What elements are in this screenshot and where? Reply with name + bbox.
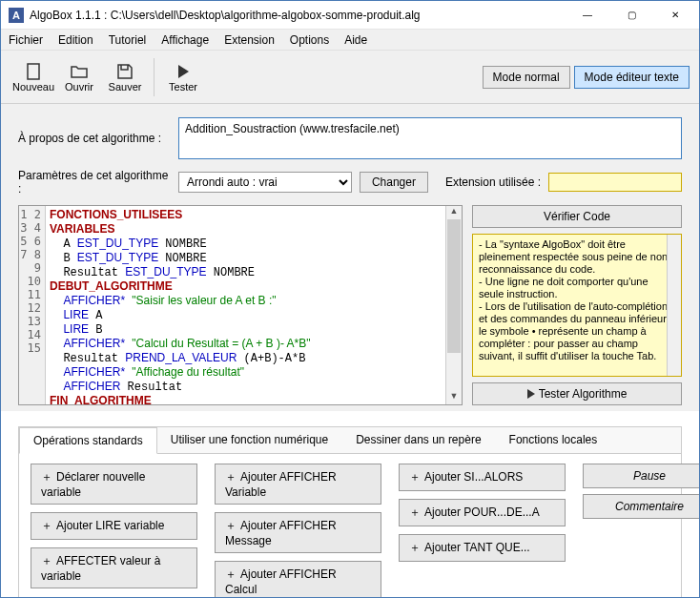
pour-de-a-label: Ajouter POUR...DE...A — [424, 505, 540, 519]
new-label: Nouveau — [12, 81, 54, 93]
plus-icon: ＋ — [409, 541, 421, 554]
menu-affichage[interactable]: Affichage — [161, 33, 209, 47]
close-button[interactable]: ✕ — [653, 1, 697, 30]
plus-icon: ＋ — [409, 505, 421, 519]
open-button[interactable]: Ouvrir — [56, 54, 102, 100]
about-input[interactable] — [178, 117, 682, 159]
plus-icon: ＋ — [41, 470, 52, 484]
pour-de-a-button[interactable]: ＋Ajouter POUR...DE...A — [399, 499, 566, 526]
extension-input[interactable] — [548, 173, 682, 192]
plus-icon: ＋ — [225, 519, 237, 532]
afficher-msg-button[interactable]: ＋Ajouter AFFICHER Message — [215, 512, 381, 553]
test-button[interactable]: Tester — [160, 54, 206, 100]
lire-var-label: Ajouter LIRE variable — [56, 519, 164, 532]
app-icon: A — [9, 8, 24, 23]
afficher-calc-button[interactable]: ＋Ajouter AFFICHER Calcul — [215, 561, 381, 598]
tab-standard-ops[interactable]: Opérations standards — [19, 427, 157, 454]
about-label: À propos de cet algorithme : — [18, 132, 171, 145]
params-label: Paramètres de cet algorithme : — [18, 169, 171, 196]
test-label: Tester — [169, 81, 197, 93]
tab-numeric-func[interactable]: Utiliser une fonction numérique — [157, 427, 342, 453]
verify-code-button[interactable]: Vérifier Code — [472, 205, 682, 228]
menubar: Fichier Edition Tutoriel Affichage Exten… — [1, 30, 699, 51]
save-icon — [115, 62, 134, 81]
plus-icon: ＋ — [225, 470, 237, 484]
scroll-down-icon[interactable]: ▼ — [446, 391, 462, 404]
operations-tabs: Opérations standards Utiliser une foncti… — [19, 427, 681, 454]
save-label: Sauver — [109, 81, 142, 93]
file-icon — [24, 62, 43, 81]
open-label: Ouvrir — [65, 81, 93, 93]
menu-options[interactable]: Options — [290, 33, 329, 47]
tant-que-label: Ajouter TANT QUE... — [424, 541, 530, 554]
tant-que-button[interactable]: ＋Ajouter TANT QUE... — [399, 534, 566, 562]
si-alors-button[interactable]: ＋Ajouter SI...ALORS — [399, 464, 566, 491]
window-title: AlgoBox 1.1.1 : C:\Users\dell\Desktop\al… — [30, 9, 566, 22]
new-button[interactable]: Nouveau — [10, 54, 56, 100]
toolbar-divider — [154, 58, 154, 96]
afficher-calc-label: Ajouter AFFICHER Calcul — [225, 567, 337, 596]
menu-edition[interactable]: Edition — [58, 33, 93, 47]
declare-var-button[interactable]: ＋Déclarer nouvelle variable — [31, 464, 197, 505]
code-scrollbar[interactable]: ▲ ▼ — [445, 206, 462, 404]
minimize-button[interactable]: — — [566, 1, 609, 30]
plus-icon: ＋ — [41, 519, 52, 532]
extension-label: Extension utilisée : — [445, 175, 541, 189]
si-alors-label: Ajouter SI...ALORS — [424, 470, 523, 484]
affecter-button[interactable]: ＋AFFECTER valeur à variable — [31, 547, 197, 588]
mode-editor-button[interactable]: Mode éditeur texte — [574, 66, 690, 89]
params-select[interactable]: Arrondi auto : vrai — [178, 172, 352, 193]
commentaire-button[interactable]: Commentaire — [583, 494, 700, 519]
menu-extension[interactable]: Extension — [224, 33, 275, 47]
plus-icon: ＋ — [41, 554, 52, 567]
changer-button[interactable]: Changer — [360, 172, 428, 193]
menu-aide[interactable]: Aide — [344, 33, 367, 47]
play-icon — [527, 389, 535, 399]
tab-local-func[interactable]: Fonctions locales — [496, 427, 612, 453]
play-icon — [174, 62, 193, 81]
afficher-msg-label: Ajouter AFFICHER Message — [225, 519, 337, 547]
lire-var-button[interactable]: ＋Ajouter LIRE variable — [31, 512, 197, 540]
tab-draw[interactable]: Dessiner dans un repère — [342, 427, 495, 453]
affecter-label: AFFECTER valeur à variable — [41, 554, 160, 583]
scroll-thumb[interactable] — [447, 219, 461, 353]
pause-button[interactable]: Pause — [583, 464, 700, 488]
code-editor[interactable]: 1 2 3 4 5 6 7 8 9 10 11 12 13 14 15 FONC… — [18, 205, 463, 405]
svg-rect-0 — [28, 64, 39, 79]
declare-var-label: Déclarer nouvelle variable — [41, 470, 145, 499]
plus-icon: ＋ — [409, 470, 421, 484]
test-algorithm-button[interactable]: Tester Algorithme — [472, 382, 682, 405]
scroll-up-icon[interactable]: ▲ — [446, 206, 462, 219]
afficher-var-button[interactable]: ＋Ajouter AFFICHER Variable — [215, 464, 381, 505]
menu-tutoriel[interactable]: Tutoriel — [109, 33, 147, 47]
test-algorithm-label: Tester Algorithme — [539, 387, 628, 401]
save-button[interactable]: Sauver — [102, 54, 148, 100]
line-gutter: 1 2 3 4 5 6 7 8 9 10 11 12 13 14 15 — [19, 206, 46, 404]
help-text-box: - La "syntaxe AlgoBox" doit être pleinem… — [472, 234, 682, 377]
menu-fichier[interactable]: Fichier — [9, 33, 43, 47]
code-text[interactable]: FONCTIONS_UTILISEES VARIABLES A EST_DU_T… — [46, 206, 445, 404]
help-scrollbar[interactable] — [667, 235, 681, 376]
mode-normal-button[interactable]: Mode normal — [483, 66, 570, 89]
afficher-var-label: Ajouter AFFICHER Variable — [225, 470, 337, 499]
help-text: - La "syntaxe AlgoBox" doit être pleinem… — [479, 238, 671, 361]
maximize-button[interactable]: ▢ — [609, 1, 653, 30]
folder-icon — [70, 62, 89, 81]
plus-icon: ＋ — [225, 567, 237, 581]
